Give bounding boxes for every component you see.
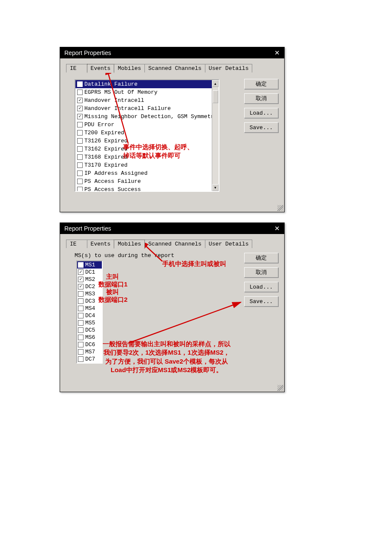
checkbox[interactable] <box>77 154 83 160</box>
checkbox[interactable] <box>78 356 84 362</box>
ms-row[interactable]: MS3 <box>77 290 102 298</box>
tab-ie[interactable]: IE <box>66 64 87 72</box>
event-row[interactable]: PDU Error <box>75 121 219 129</box>
ms-row[interactable]: MS6 <box>77 334 102 341</box>
ms-row[interactable]: MS7 <box>77 348 102 356</box>
event-label: PS Access Success <box>84 186 141 192</box>
checkbox[interactable] <box>78 320 84 326</box>
save-button[interactable]: Save... <box>244 122 278 133</box>
event-row[interactable]: EGPRS MS Out Of Memory <box>75 88 219 96</box>
ms-label: DC3 <box>85 298 95 304</box>
checkbox[interactable] <box>78 313 84 318</box>
checkbox[interactable]: ✓ <box>78 277 84 282</box>
ms-label: DC1 <box>85 269 95 275</box>
event-row[interactable]: T200 Expired <box>75 129 219 137</box>
window-title: Report Properties <box>64 49 111 56</box>
checkbox[interactable] <box>77 138 83 144</box>
checkbox[interactable] <box>77 179 83 184</box>
ms-row[interactable]: DC5 <box>77 327 102 334</box>
checkbox[interactable] <box>77 162 83 168</box>
ms-row[interactable]: DC7 <box>77 356 102 363</box>
scrollbar[interactable]: ▴ ▾ <box>212 80 219 191</box>
titlebar[interactable]: Report Properties ✕ <box>60 223 284 234</box>
resize-grip[interactable] <box>277 385 283 391</box>
tab-mobiles[interactable]: Mobiles <box>114 64 145 72</box>
ms-row[interactable]: DC3 <box>77 298 102 305</box>
checkbox[interactable] <box>77 187 83 192</box>
close-icon[interactable]: ✕ <box>273 49 282 57</box>
event-row[interactable]: PS Access Failure <box>75 177 219 185</box>
ms-label: DC5 <box>85 327 95 333</box>
scroll-down-icon[interactable]: ▾ <box>212 184 219 191</box>
scroll-thumb[interactable] <box>213 90 218 103</box>
load-button[interactable]: Load... <box>244 282 278 292</box>
event-row[interactable]: T3168 Expired <box>75 153 219 161</box>
cancel-button[interactable]: 取消 <box>244 267 278 278</box>
event-label: PDU Error <box>84 121 114 128</box>
event-row[interactable]: T3162 Expired <box>75 145 219 153</box>
checkbox[interactable] <box>77 171 83 176</box>
event-row[interactable]: T3126 Expired <box>75 137 219 145</box>
event-label: T3170 Expired <box>84 162 127 168</box>
ms-row[interactable]: MS5 <box>77 319 102 327</box>
events-listbox[interactable]: Datalink FailureEGPRS MS Out Of Memory✓H… <box>75 79 219 192</box>
ms-row[interactable]: ✓DC1 <box>77 269 102 276</box>
save-button[interactable]: Save... <box>244 296 278 306</box>
checkbox[interactable]: ✓ <box>77 98 83 103</box>
checkbox[interactable]: ✓ <box>78 262 84 268</box>
event-row[interactable]: IP Address Assigned <box>75 169 219 177</box>
tab-events[interactable]: Events <box>87 240 115 248</box>
event-row[interactable]: T3170 Expired <box>75 161 219 169</box>
ms-row[interactable]: ✓MS1 <box>77 261 102 269</box>
ms-label: MS3 <box>85 291 95 297</box>
checkbox[interactable] <box>77 81 83 87</box>
ms-label: MS2 <box>85 276 95 283</box>
checkbox[interactable] <box>77 130 83 136</box>
checkbox[interactable] <box>77 90 83 95</box>
ms-row[interactable]: ✓DC2 <box>77 283 102 290</box>
ok-button[interactable]: 确定 <box>244 253 278 263</box>
tabstrip: IE Events Mobiles Scanned Channels User … <box>66 239 278 248</box>
checkbox[interactable] <box>78 335 84 340</box>
ms-row[interactable]: MS4 <box>77 305 102 312</box>
checkbox[interactable] <box>78 306 84 311</box>
tab-ie[interactable]: IE <box>66 240 87 248</box>
checkbox[interactable] <box>77 146 83 152</box>
titlebar[interactable]: Report Properties ✕ <box>60 47 284 58</box>
event-row[interactable]: ✓Missing Neighbor Detection, GSM Symmetr… <box>75 113 219 121</box>
load-button[interactable]: Load... <box>244 108 278 118</box>
resize-grip[interactable] <box>277 205 283 211</box>
ms-label: DC2 <box>85 283 95 290</box>
tab-user-details[interactable]: User Details <box>205 240 253 248</box>
checkbox[interactable]: ✓ <box>77 106 83 111</box>
cancel-button[interactable]: 取消 <box>244 93 278 104</box>
checkbox[interactable] <box>78 342 84 347</box>
ms-row[interactable]: ✓MS2 <box>77 276 102 283</box>
tab-user-details[interactable]: User Details <box>205 64 253 72</box>
tab-scanned-channels[interactable]: Scanned Channels <box>144 240 205 248</box>
ms-row[interactable]: DC6 <box>77 341 102 348</box>
ms-row[interactable]: DC4 <box>77 312 102 319</box>
checkbox[interactable] <box>78 291 84 297</box>
checkbox[interactable] <box>77 122 83 127</box>
event-row[interactable]: Datalink Failure <box>75 80 219 88</box>
checkbox[interactable]: ✓ <box>78 284 84 289</box>
event-label: T3162 Expired <box>84 146 127 152</box>
close-icon[interactable]: ✕ <box>273 225 282 232</box>
ok-button[interactable]: 确定 <box>244 79 278 89</box>
event-label: T3168 Expired <box>84 154 127 160</box>
tab-scanned-channels[interactable]: Scanned Channels <box>144 64 205 72</box>
scroll-up-icon[interactable]: ▴ <box>212 80 219 87</box>
checkbox[interactable]: ✓ <box>77 114 83 119</box>
checkbox[interactable] <box>78 298 84 304</box>
event-row[interactable]: ✓Handover Intracell <box>75 96 219 104</box>
window-title: Report Properties <box>64 225 111 232</box>
event-row[interactable]: ✓Handover Intracell Failure <box>75 104 219 113</box>
checkbox[interactable] <box>78 327 84 333</box>
tab-events[interactable]: Events <box>87 64 115 73</box>
event-row[interactable]: PS Access Success <box>75 185 219 192</box>
checkbox[interactable] <box>78 349 84 355</box>
ms-listbox[interactable]: ✓MS1✓DC1✓MS2✓DC2MS3DC3MS4DC4MS5DC5MS6DC6… <box>76 260 103 364</box>
checkbox[interactable]: ✓ <box>78 269 84 275</box>
tab-mobiles[interactable]: Mobiles <box>114 240 145 249</box>
